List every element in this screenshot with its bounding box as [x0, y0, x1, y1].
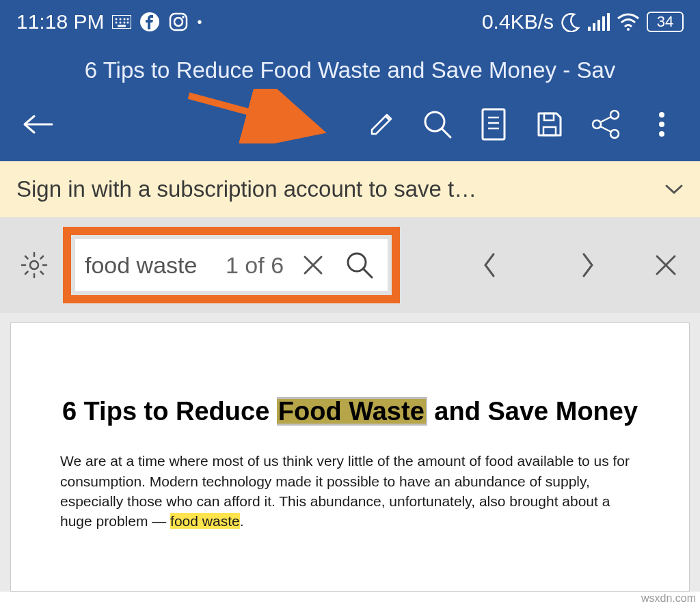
- svg-rect-18: [607, 13, 610, 31]
- body-post: .: [240, 513, 244, 529]
- more-button[interactable]: [637, 100, 686, 149]
- svg-point-19: [627, 28, 630, 31]
- search-result-count: 1 of 6: [220, 252, 289, 279]
- search-input[interactable]: [85, 252, 215, 279]
- svg-point-1: [116, 18, 118, 20]
- main-toolbar: [0, 93, 700, 161]
- search-box-highlight: 1 of 6: [63, 227, 400, 303]
- svg-point-4: [127, 18, 129, 20]
- heading-pre: 6 Tips to Reduce: [62, 397, 277, 426]
- document-title: 6 Tips to Reduce Food Waste and Save Mon…: [85, 57, 616, 83]
- doc-body-paragraph: We are at a time where most of us think …: [60, 451, 640, 532]
- document-viewport[interactable]: 6 Tips to Reduce Food Waste and Save Mon…: [0, 313, 700, 592]
- search-button[interactable]: [413, 100, 462, 149]
- svg-point-12: [174, 18, 183, 26]
- svg-point-5: [116, 22, 118, 24]
- back-button[interactable]: [14, 100, 63, 149]
- wifi-icon: [617, 13, 640, 31]
- svg-point-3: [124, 18, 126, 20]
- svg-line-31: [600, 117, 611, 122]
- svg-point-36: [30, 261, 38, 269]
- heading-highlight-wrap: Food Waste: [277, 397, 427, 426]
- signal-icon: [588, 13, 610, 31]
- svg-rect-26: [543, 127, 556, 135]
- watermark: wsxdn.com: [641, 592, 696, 605]
- svg-line-40: [363, 268, 372, 277]
- banner-text: Sign in with a subscription account to s…: [16, 176, 476, 202]
- body-pre: We are at a time where most of us think …: [60, 453, 630, 529]
- heading-post: and Save Money: [427, 397, 638, 426]
- data-rate: 0.4KB/s: [482, 10, 554, 33]
- svg-rect-22: [483, 109, 504, 139]
- svg-point-29: [593, 120, 601, 128]
- svg-point-35: [659, 131, 664, 137]
- keyboard-icon: [112, 15, 131, 29]
- find-next-button[interactable]: [566, 243, 610, 287]
- svg-point-8: [127, 22, 129, 24]
- svg-rect-15: [593, 23, 595, 31]
- moon-icon: [561, 12, 581, 32]
- instagram-icon: [168, 12, 189, 32]
- chevron-down-icon: [664, 178, 684, 200]
- svg-rect-16: [597, 20, 600, 31]
- dot-icon: •: [197, 14, 202, 30]
- search-go-button[interactable]: [341, 247, 378, 284]
- svg-point-34: [659, 122, 664, 127]
- document-page: 6 Tips to Reduce Food Waste and Save Mon…: [10, 322, 690, 592]
- find-bar: 1 of 6: [0, 217, 700, 313]
- heading-highlight: Food Waste: [277, 397, 426, 426]
- status-left: 11:18 PM •: [16, 10, 202, 33]
- svg-rect-11: [170, 14, 187, 30]
- find-settings-button[interactable]: [12, 243, 56, 287]
- svg-point-30: [610, 130, 619, 138]
- svg-rect-14: [588, 27, 591, 31]
- svg-point-2: [120, 18, 122, 20]
- status-time: 11:18 PM: [16, 10, 104, 33]
- facebook-icon: [139, 12, 160, 32]
- search-box: 1 of 6: [75, 239, 388, 291]
- signin-banner[interactable]: Sign in with a subscription account to s…: [0, 161, 700, 217]
- svg-point-33: [659, 112, 664, 118]
- find-prev-button[interactable]: [468, 243, 511, 287]
- svg-rect-9: [118, 25, 126, 27]
- search-clear-button[interactable]: [295, 247, 332, 284]
- svg-point-28: [610, 111, 619, 119]
- svg-rect-17: [602, 16, 605, 31]
- status-bar: 11:18 PM • 0.4KB/s 34: [0, 0, 700, 44]
- body-highlight: food waste: [170, 513, 240, 529]
- svg-line-21: [442, 128, 450, 137]
- svg-point-6: [120, 22, 122, 24]
- doc-heading: 6 Tips to Reduce Food Waste and Save Mon…: [60, 394, 640, 429]
- find-close-button[interactable]: [644, 243, 688, 287]
- svg-line-32: [600, 126, 611, 132]
- battery-indicator: 34: [647, 12, 684, 32]
- status-right: 0.4KB/s 34: [482, 10, 684, 33]
- document-title-bar: 6 Tips to Reduce Food Waste and Save Mon…: [0, 44, 700, 93]
- share-button[interactable]: [581, 100, 630, 149]
- reading-view-button[interactable]: [469, 100, 518, 149]
- svg-point-7: [124, 22, 126, 24]
- svg-point-13: [183, 16, 185, 18]
- edit-button[interactable]: [357, 100, 406, 149]
- save-button[interactable]: [525, 100, 574, 149]
